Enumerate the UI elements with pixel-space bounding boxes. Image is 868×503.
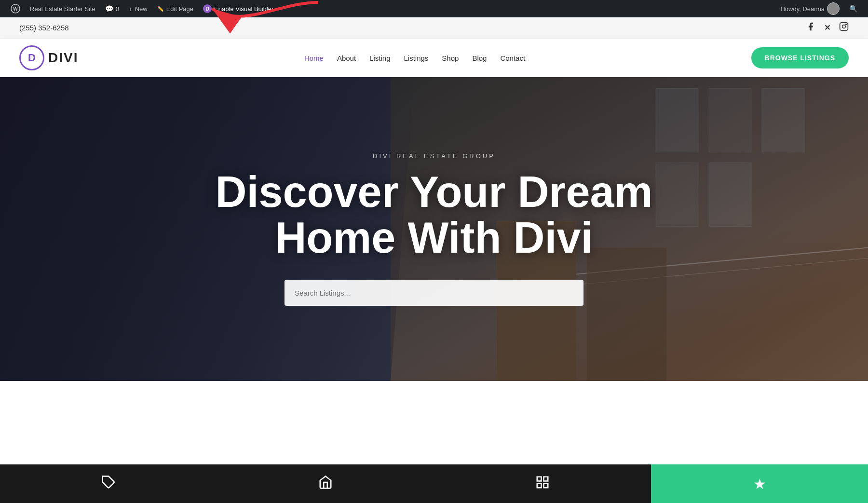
wp-logo-item[interactable]: W xyxy=(6,0,25,17)
admin-search-button[interactable]: 🔍 xyxy=(844,0,862,17)
site-top-bar: (255) 352-6258 ✕ xyxy=(0,17,868,39)
comments-count: 0 xyxy=(116,5,119,13)
twitter-x-icon[interactable]: ✕ xyxy=(824,23,830,32)
comments-item[interactable]: 💬 0 xyxy=(100,0,124,17)
howdy-text: Howdy, Deanna xyxy=(780,5,825,13)
admin-bar-right: Howdy, Deanna 🔍 xyxy=(775,0,862,17)
instagram-icon[interactable] xyxy=(839,22,849,34)
enable-visual-builder-item[interactable]: D Enable Visual Builder xyxy=(198,0,278,17)
facebook-icon[interactable] xyxy=(806,22,815,34)
phone-number: (255) 352-6258 xyxy=(19,24,69,32)
nav-link-contact[interactable]: Contact xyxy=(500,54,525,62)
site-name-label: Real Estate Starter Site xyxy=(30,5,95,13)
svg-point-4 xyxy=(842,25,846,28)
nav-link-about[interactable]: About xyxy=(337,54,356,62)
browse-listings-button[interactable]: BROWSE LISTINGS xyxy=(751,47,849,68)
svg-point-5 xyxy=(846,24,847,25)
avatar xyxy=(827,2,840,15)
nav-link-blog[interactable]: Blog xyxy=(472,54,487,62)
nav-link-home[interactable]: Home xyxy=(304,54,324,62)
hero-section: DIVI REAL ESTATE GROUP Discover Your Dre… xyxy=(0,77,868,381)
site-name-item[interactable]: Real Estate Starter Site xyxy=(25,0,100,17)
hero-title-line1: Discover Your Dream xyxy=(215,168,652,216)
nav-link-listing[interactable]: Listing xyxy=(369,54,390,62)
hero-content: DIVI REAL ESTATE GROUP Discover Your Dre… xyxy=(205,152,662,306)
edit-page-label: Edit Page xyxy=(166,5,193,13)
logo-area: D DIVI xyxy=(19,45,78,70)
logo-text: DIVI xyxy=(48,50,78,66)
edit-page-item[interactable]: ✏️ Edit Page xyxy=(152,0,198,17)
social-icons: ✕ xyxy=(806,22,849,34)
search-listings-input[interactable] xyxy=(285,280,583,306)
hero-subtitle: DIVI REAL ESTATE GROUP xyxy=(215,152,652,160)
svg-rect-3 xyxy=(840,23,848,31)
new-label: New xyxy=(135,5,148,13)
nav-link-shop[interactable]: Shop xyxy=(442,54,459,62)
nav-menu: Home About Listing Listings Shop Blog Co… xyxy=(304,54,525,62)
enable-visual-builder-label: Enable Visual Builder xyxy=(214,5,273,13)
logo-circle: D xyxy=(19,45,44,70)
new-item[interactable]: + New xyxy=(124,0,152,17)
svg-text:W: W xyxy=(13,6,18,12)
comments-icon: 💬 xyxy=(105,5,113,13)
logo-letter: D xyxy=(28,52,36,64)
divi-circle-icon: D xyxy=(203,4,212,13)
howdy-item[interactable]: Howdy, Deanna xyxy=(775,0,844,17)
hero-title: Discover Your Dream Home With Divi xyxy=(215,169,652,260)
nav-link-listings[interactable]: Listings xyxy=(404,54,428,62)
site-nav: D DIVI Home About Listing Listings Shop … xyxy=(0,39,868,77)
pencil-icon: ✏️ xyxy=(157,6,164,12)
hero-title-line2: Home With Divi xyxy=(275,214,593,262)
new-icon: + xyxy=(129,5,133,13)
